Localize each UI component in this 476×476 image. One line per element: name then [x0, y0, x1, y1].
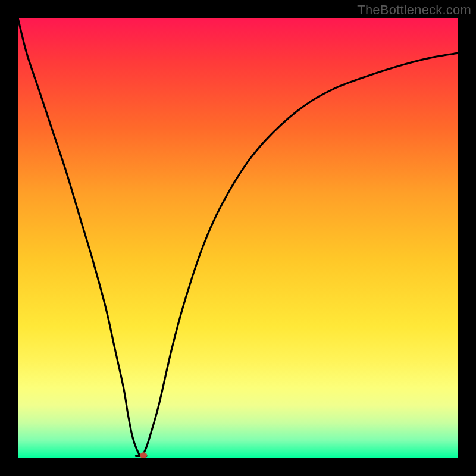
curve-svg	[18, 18, 458, 458]
chart-container: TheBottleneck.com	[0, 0, 476, 476]
optimal-point-marker	[140, 452, 147, 458]
watermark-text: TheBottleneck.com	[357, 2, 471, 18]
plot-area	[18, 18, 458, 458]
bottleneck-curve	[18, 18, 458, 456]
